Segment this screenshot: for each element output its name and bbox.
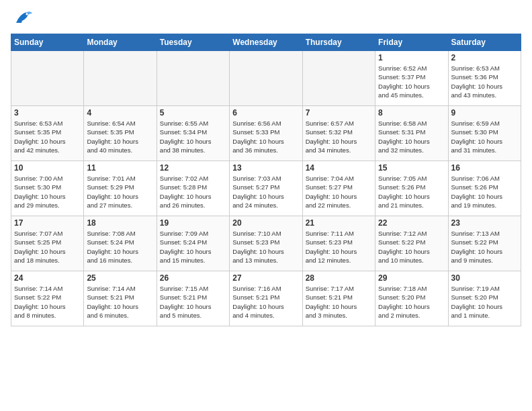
logo <box>11 11 32 28</box>
day-number: 25 <box>87 273 153 283</box>
day-cell: 27Sunrise: 7:16 AM Sunset: 5:21 PM Dayli… <box>230 271 302 326</box>
week-row-4: 17Sunrise: 7:07 AM Sunset: 5:25 PM Dayli… <box>11 216 521 271</box>
week-row-3: 10Sunrise: 7:00 AM Sunset: 5:30 PM Dayli… <box>11 161 521 216</box>
day-cell <box>230 51 302 106</box>
day-info: Sunrise: 6:59 AM Sunset: 5:30 PM Dayligh… <box>451 119 518 154</box>
day-cell: 14Sunrise: 7:04 AM Sunset: 5:27 PM Dayli… <box>302 161 375 216</box>
day-info: Sunrise: 7:19 AM Sunset: 5:20 PM Dayligh… <box>451 284 518 320</box>
header-row: SundayMondayTuesdayWednesdayThursdayFrid… <box>11 34 521 51</box>
day-info: Sunrise: 7:12 AM Sunset: 5:22 PM Dayligh… <box>378 229 445 265</box>
day-number: 8 <box>378 108 445 118</box>
day-cell: 29Sunrise: 7:18 AM Sunset: 5:20 PM Dayli… <box>375 271 448 326</box>
day-number: 14 <box>306 163 372 173</box>
day-number: 26 <box>160 273 226 283</box>
day-info: Sunrise: 7:09 AM Sunset: 5:24 PM Dayligh… <box>160 229 226 265</box>
day-cell: 12Sunrise: 7:02 AM Sunset: 5:28 PM Dayli… <box>157 161 229 216</box>
day-info: Sunrise: 6:53 AM Sunset: 5:36 PM Dayligh… <box>451 64 518 99</box>
day-info: Sunrise: 6:54 AM Sunset: 5:35 PM Dayligh… <box>87 119 153 154</box>
day-number: 5 <box>160 108 226 118</box>
header-monday: Monday <box>84 34 157 51</box>
day-number: 30 <box>451 273 518 283</box>
day-cell <box>11 51 84 106</box>
day-cell: 30Sunrise: 7:19 AM Sunset: 5:20 PM Dayli… <box>448 271 521 326</box>
day-cell: 7Sunrise: 6:57 AM Sunset: 5:32 PM Daylig… <box>302 106 375 161</box>
day-number: 21 <box>306 218 372 228</box>
calendar-table: SundayMondayTuesdayWednesdayThursdayFrid… <box>11 34 521 326</box>
day-cell: 22Sunrise: 7:12 AM Sunset: 5:22 PM Dayli… <box>375 216 448 271</box>
day-cell: 19Sunrise: 7:09 AM Sunset: 5:24 PM Dayli… <box>157 216 229 271</box>
day-number: 22 <box>378 218 445 228</box>
day-cell: 8Sunrise: 6:58 AM Sunset: 5:31 PM Daylig… <box>375 106 448 161</box>
day-info: Sunrise: 6:52 AM Sunset: 5:37 PM Dayligh… <box>378 64 445 99</box>
day-number: 10 <box>14 163 81 173</box>
day-number: 11 <box>87 163 153 173</box>
day-info: Sunrise: 7:15 AM Sunset: 5:21 PM Dayligh… <box>160 284 226 320</box>
day-cell: 26Sunrise: 7:15 AM Sunset: 5:21 PM Dayli… <box>157 271 229 326</box>
day-number: 9 <box>451 108 518 118</box>
day-number: 18 <box>87 218 153 228</box>
day-info: Sunrise: 7:00 AM Sunset: 5:30 PM Dayligh… <box>14 174 81 210</box>
day-number: 20 <box>232 218 299 228</box>
day-info: Sunrise: 7:07 AM Sunset: 5:25 PM Dayligh… <box>14 229 81 265</box>
header-saturday: Saturday <box>448 34 521 51</box>
day-number: 7 <box>306 108 372 118</box>
day-cell: 20Sunrise: 7:10 AM Sunset: 5:23 PM Dayli… <box>230 216 302 271</box>
day-info: Sunrise: 7:16 AM Sunset: 5:21 PM Dayligh… <box>232 284 299 320</box>
day-cell: 10Sunrise: 7:00 AM Sunset: 5:30 PM Dayli… <box>11 161 84 216</box>
day-number: 27 <box>232 273 299 283</box>
header-friday: Friday <box>375 34 448 51</box>
logo-bird-icon <box>13 11 32 26</box>
day-number: 19 <box>160 218 226 228</box>
week-row-5: 24Sunrise: 7:14 AM Sunset: 5:22 PM Dayli… <box>11 271 521 326</box>
day-cell: 21Sunrise: 7:11 AM Sunset: 5:23 PM Dayli… <box>302 216 375 271</box>
day-info: Sunrise: 6:57 AM Sunset: 5:32 PM Dayligh… <box>306 119 372 154</box>
day-cell: 11Sunrise: 7:01 AM Sunset: 5:29 PM Dayli… <box>84 161 157 216</box>
day-number: 2 <box>451 53 518 62</box>
day-info: Sunrise: 7:06 AM Sunset: 5:26 PM Dayligh… <box>451 174 518 210</box>
day-cell: 15Sunrise: 7:05 AM Sunset: 5:26 PM Dayli… <box>375 161 448 216</box>
day-number: 29 <box>378 273 445 283</box>
header-sunday: Sunday <box>11 34 84 51</box>
day-info: Sunrise: 7:17 AM Sunset: 5:21 PM Dayligh… <box>306 284 372 320</box>
day-cell: 25Sunrise: 7:14 AM Sunset: 5:21 PM Dayli… <box>84 271 157 326</box>
day-info: Sunrise: 7:10 AM Sunset: 5:23 PM Dayligh… <box>232 229 299 265</box>
day-cell: 6Sunrise: 6:56 AM Sunset: 5:33 PM Daylig… <box>230 106 302 161</box>
day-cell: 4Sunrise: 6:54 AM Sunset: 5:35 PM Daylig… <box>84 106 157 161</box>
day-info: Sunrise: 7:11 AM Sunset: 5:23 PM Dayligh… <box>306 229 372 265</box>
day-number: 23 <box>451 218 518 228</box>
day-number: 28 <box>306 273 372 283</box>
day-cell: 28Sunrise: 7:17 AM Sunset: 5:21 PM Dayli… <box>302 271 375 326</box>
day-number: 13 <box>232 163 299 173</box>
day-info: Sunrise: 7:14 AM Sunset: 5:22 PM Dayligh… <box>14 284 81 320</box>
day-number: 6 <box>232 108 299 118</box>
day-cell: 2Sunrise: 6:53 AM Sunset: 5:36 PM Daylig… <box>448 51 521 106</box>
day-cell: 3Sunrise: 6:53 AM Sunset: 5:35 PM Daylig… <box>11 106 84 161</box>
header-tuesday: Tuesday <box>157 34 229 51</box>
day-info: Sunrise: 6:55 AM Sunset: 5:34 PM Dayligh… <box>160 119 226 154</box>
day-cell: 23Sunrise: 7:13 AM Sunset: 5:22 PM Dayli… <box>448 216 521 271</box>
day-cell: 13Sunrise: 7:03 AM Sunset: 5:27 PM Dayli… <box>230 161 302 216</box>
day-number: 12 <box>160 163 226 173</box>
day-cell: 16Sunrise: 7:06 AM Sunset: 5:26 PM Dayli… <box>448 161 521 216</box>
day-cell: 18Sunrise: 7:08 AM Sunset: 5:24 PM Dayli… <box>84 216 157 271</box>
page-header <box>11 11 521 28</box>
day-cell: 9Sunrise: 6:59 AM Sunset: 5:30 PM Daylig… <box>448 106 521 161</box>
day-cell: 5Sunrise: 6:55 AM Sunset: 5:34 PM Daylig… <box>157 106 229 161</box>
week-row-1: 1Sunrise: 6:52 AM Sunset: 5:37 PM Daylig… <box>11 51 521 106</box>
day-cell: 24Sunrise: 7:14 AM Sunset: 5:22 PM Dayli… <box>11 271 84 326</box>
day-cell: 17Sunrise: 7:07 AM Sunset: 5:25 PM Dayli… <box>11 216 84 271</box>
day-cell <box>84 51 157 106</box>
day-number: 17 <box>14 218 81 228</box>
day-info: Sunrise: 7:13 AM Sunset: 5:22 PM Dayligh… <box>451 229 518 265</box>
day-info: Sunrise: 6:53 AM Sunset: 5:35 PM Dayligh… <box>14 119 81 154</box>
day-info: Sunrise: 6:58 AM Sunset: 5:31 PM Dayligh… <box>378 119 445 154</box>
day-number: 3 <box>14 108 81 118</box>
day-info: Sunrise: 7:08 AM Sunset: 5:24 PM Dayligh… <box>87 229 153 265</box>
week-row-2: 3Sunrise: 6:53 AM Sunset: 5:35 PM Daylig… <box>11 106 521 161</box>
day-number: 4 <box>87 108 153 118</box>
day-cell <box>157 51 229 106</box>
header-thursday: Thursday <box>302 34 375 51</box>
day-number: 24 <box>14 273 81 283</box>
day-number: 1 <box>378 53 445 62</box>
day-number: 15 <box>378 163 445 173</box>
